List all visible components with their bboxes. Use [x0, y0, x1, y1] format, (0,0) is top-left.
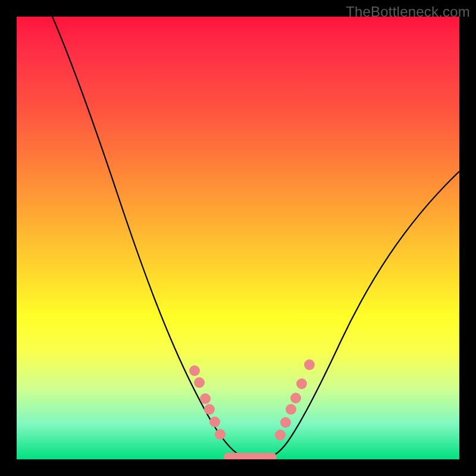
curve-marker	[200, 393, 211, 404]
chart-container: TheBottleneck.com	[0, 0, 476, 476]
watermark-text: TheBottleneck.com	[346, 4, 470, 20]
curve-marker	[286, 404, 296, 415]
curve-marker	[280, 417, 291, 428]
curve-svg	[17, 17, 459, 459]
bottleneck-curve	[52, 17, 459, 458]
curve-marker	[215, 429, 226, 440]
curve-marker	[209, 416, 220, 427]
curve-marker	[296, 378, 307, 389]
curve-marker	[204, 404, 215, 415]
curve-marker	[189, 365, 200, 376]
curve-marker	[275, 430, 286, 440]
plot-area	[17, 17, 459, 459]
curve-marker	[194, 377, 205, 388]
curve-marker	[304, 359, 315, 370]
curve-marker	[290, 393, 301, 403]
